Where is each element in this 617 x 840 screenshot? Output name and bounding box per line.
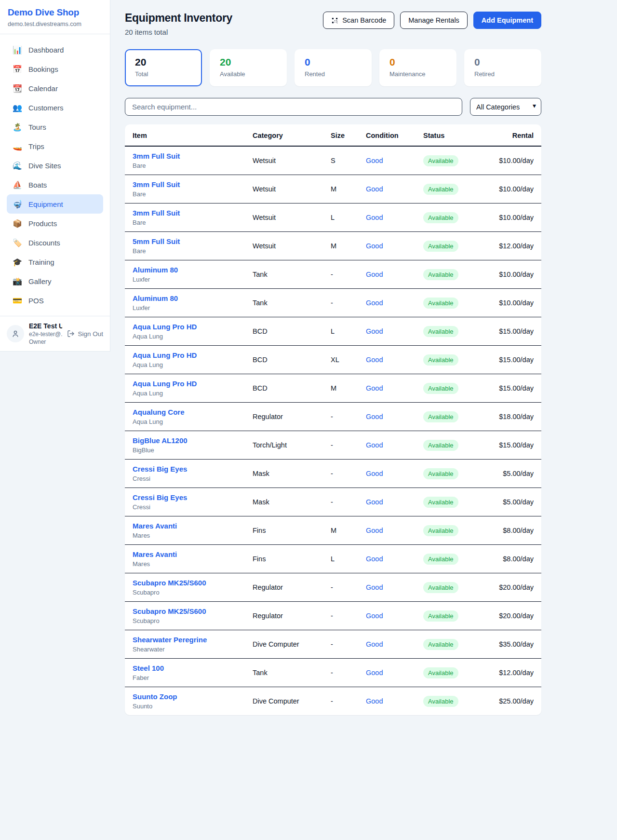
manage-rentals-label: Manage Rentals [408, 16, 459, 24]
sidebar-item[interactable]: 🌊 Dive Sites [7, 156, 103, 175]
item-name-link[interactable]: 3mm Full Suit [133, 152, 237, 160]
item-name-link[interactable]: Aqua Lung Pro HD [133, 379, 237, 388]
condition-value[interactable]: Good [366, 185, 383, 193]
item-name-link[interactable]: Aluminum 80 [133, 294, 237, 302]
condition-value[interactable]: Good [366, 384, 383, 392]
condition-value[interactable]: Good [366, 413, 383, 420]
status-badge: Available [423, 411, 458, 422]
condition-cell: Good [358, 687, 416, 716]
condition-value[interactable]: Good [366, 669, 383, 677]
sidebar-item-label: Dashboard [28, 46, 64, 54]
category-cell: Regulator [245, 602, 323, 630]
item-name-link[interactable]: Mares Avanti [133, 550, 237, 558]
sidebar-item[interactable]: 📊 Dashboard [7, 40, 103, 59]
condition-cell: Good [358, 516, 416, 545]
sign-out-label: Sign Out [78, 330, 103, 338]
item-cell: Scubapro MK25/S600 Scubapro [125, 602, 245, 630]
status-cell: Available [416, 460, 478, 488]
condition-value[interactable]: Good [366, 612, 383, 620]
rental-cell: $5.00/day [478, 460, 541, 488]
manage-rentals-button[interactable]: Manage Rentals [400, 12, 468, 29]
condition-value[interactable]: Good [366, 327, 383, 335]
stat-card[interactable]: 0 Rented [295, 49, 372, 86]
size-cell: - [323, 431, 358, 460]
condition-value[interactable]: Good [366, 271, 383, 278]
condition-value[interactable]: Good [366, 356, 383, 364]
scan-barcode-button[interactable]: Scan Barcode [323, 12, 394, 29]
condition-value[interactable]: Good [366, 157, 383, 164]
item-name-link[interactable]: Steel 100 [133, 664, 237, 672]
table-row: BigBlue AL1200 BigBlue Torch/Light - Goo… [125, 431, 541, 460]
condition-cell: Good [358, 232, 416, 260]
item-name-link[interactable]: Scubapro MK25/S600 [133, 579, 237, 587]
item-brand: BigBlue [133, 447, 237, 454]
item-name-link[interactable]: Aqua Lung Pro HD [133, 323, 237, 331]
status-cell: Available [416, 146, 478, 175]
item-name-link[interactable]: 3mm Full Suit [133, 180, 237, 189]
stat-card[interactable]: 0 Retired [464, 49, 541, 86]
sidebar-item[interactable]: ⛵ Boats [7, 175, 103, 194]
condition-value[interactable]: Good [366, 441, 383, 449]
sidebar-item[interactable]: 📦 Products [7, 214, 103, 233]
category-select[interactable]: All Categories [470, 98, 541, 116]
sidebar-item-icon: 📦 [13, 219, 22, 228]
item-name-link[interactable]: Scubapro MK25/S600 [133, 607, 237, 615]
stat-card[interactable]: 20 Total [125, 49, 202, 86]
condition-value[interactable]: Good [366, 242, 383, 250]
sidebar-item[interactable]: 🚤 Trips [7, 136, 103, 156]
stat-card[interactable]: 0 Maintenance [379, 49, 456, 86]
stat-label: Rented [305, 70, 362, 78]
item-name-link[interactable]: 3mm Full Suit [133, 209, 237, 217]
condition-value[interactable]: Good [366, 697, 383, 705]
item-name-link[interactable]: Cressi Big Eyes [133, 493, 237, 501]
status-badge: Available [423, 440, 458, 451]
sidebar-item[interactable]: 👥 Customers [7, 98, 103, 117]
sidebar-item[interactable]: 💳 POS [7, 291, 103, 310]
rental-cell: $15.00/day [478, 374, 541, 403]
condition-value[interactable]: Good [366, 214, 383, 221]
sidebar-item[interactable]: 📅 Bookings [7, 59, 103, 79]
status-badge: Available [423, 525, 458, 536]
item-name-link[interactable]: 5mm Full Suit [133, 237, 237, 245]
item-name-link[interactable]: BigBlue AL1200 [133, 436, 237, 445]
status-cell: Available [416, 289, 478, 317]
user-info: E2E Test U... e2e-tester@... Owner [29, 322, 62, 345]
search-input[interactable] [125, 98, 462, 116]
sign-out-button[interactable]: Sign Out [67, 330, 103, 338]
table-row: Aluminum 80 Luxfer Tank - Good Available… [125, 289, 541, 317]
status-badge: Available [423, 298, 458, 309]
item-name-link[interactable]: Mares Avanti [133, 522, 237, 530]
condition-value[interactable]: Good [366, 498, 383, 506]
item-name-link[interactable]: Aqua Lung Pro HD [133, 351, 237, 359]
condition-cell: Good [358, 488, 416, 516]
sidebar-item[interactable]: 📆 Calendar [7, 79, 103, 98]
size-cell: L [323, 545, 358, 573]
category-cell: Wetsuit [245, 232, 323, 260]
condition-value[interactable]: Good [366, 640, 383, 648]
sidebar-item[interactable]: 🏷️ Discounts [7, 233, 103, 252]
item-name-link[interactable]: Shearwater Peregrine [133, 636, 237, 644]
sidebar-item[interactable]: 📸 Gallery [7, 271, 103, 291]
stat-card[interactable]: 20 Available [210, 49, 287, 86]
item-name-link[interactable]: Aqualung Core [133, 408, 237, 416]
filters-row: All Categories [125, 98, 541, 116]
item-brand: Scubapro [133, 617, 237, 624]
table-row: 5mm Full Suit Bare Wetsuit M Good Availa… [125, 232, 541, 260]
condition-value[interactable]: Good [366, 299, 383, 307]
table-row: Scubapro MK25/S600 Scubapro Regulator - … [125, 573, 541, 602]
stat-label: Retired [474, 70, 531, 78]
condition-value[interactable]: Good [366, 470, 383, 477]
add-equipment-button[interactable]: Add Equipment [473, 12, 541, 29]
condition-value[interactable]: Good [366, 555, 383, 563]
item-name-link[interactable]: Cressi Big Eyes [133, 465, 237, 473]
condition-value[interactable]: Good [366, 527, 383, 534]
item-name-link[interactable]: Suunto Zoop [133, 692, 237, 701]
sidebar-item[interactable]: 🤿 Equipment [7, 194, 103, 214]
sidebar-item[interactable]: 🏝️ Tours [7, 117, 103, 136]
condition-value[interactable]: Good [366, 583, 383, 591]
size-cell: L [323, 203, 358, 232]
item-cell: Shearwater Peregrine Shearwater [125, 630, 245, 659]
item-name-link[interactable]: Aluminum 80 [133, 266, 237, 274]
rental-cell: $10.00/day [478, 175, 541, 203]
sidebar-item[interactable]: 🎓 Training [7, 252, 103, 271]
